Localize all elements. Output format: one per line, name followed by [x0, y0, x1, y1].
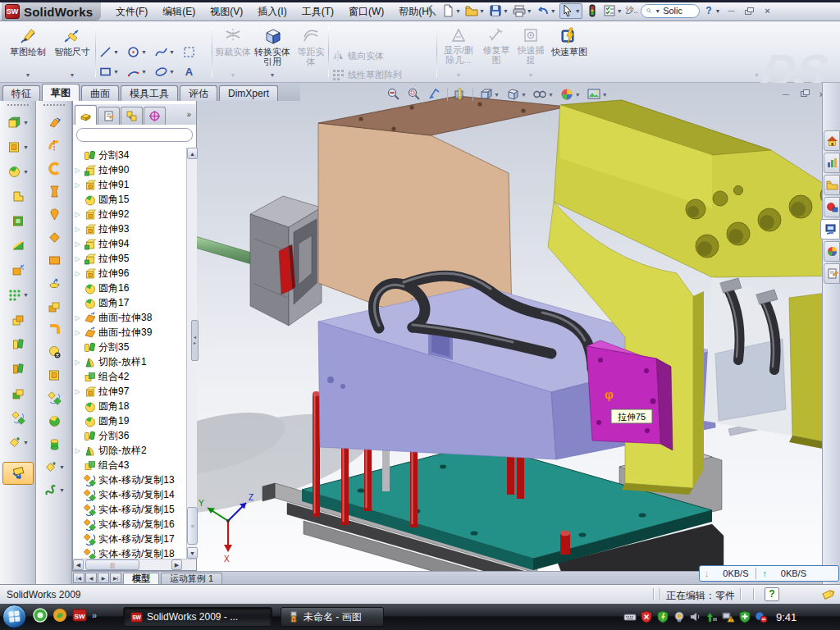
- hud-hide-show-button[interactable]: ▼: [532, 87, 555, 103]
- smart-dimension-button[interactable]: 智能尺寸 ▼: [51, 24, 94, 80]
- search-box[interactable]: ▼: [641, 4, 700, 18]
- tree-item[interactable]: 分割36: [74, 428, 186, 443]
- toolbar-overflow-label[interactable]: 沙..: [626, 5, 639, 16]
- mold-tool-16[interactable]: ▼: [39, 480, 69, 500]
- ellipse-tool[interactable]: ▼: [154, 65, 175, 79]
- command-tab-1[interactable]: 草图: [42, 84, 80, 101]
- tree-item[interactable]: ▷拉伸90: [74, 162, 186, 177]
- features-tool-12[interactable]: [3, 408, 33, 427]
- expand-arrow-icon[interactable]: ▷: [74, 226, 81, 233]
- tree-item[interactable]: 实体-移动/复制14: [74, 487, 186, 502]
- tree-item[interactable]: 实体-移动/复制18: [74, 546, 186, 559]
- tree-item[interactable]: ▷拉伸95: [74, 251, 186, 266]
- features-tool-7[interactable]: ▼: [3, 285, 33, 304]
- dropdown-caret[interactable]: ▼: [113, 69, 119, 75]
- features-tool-3[interactable]: [3, 186, 33, 206]
- mold-tool-8[interactable]: [39, 296, 69, 316]
- mold-tool-6[interactable]: [39, 250, 69, 270]
- panel-tabs-overflow[interactable]: »: [186, 110, 191, 119]
- menu-item-0[interactable]: 文件(F): [108, 3, 155, 21]
- command-tab-0[interactable]: 特征: [2, 85, 40, 101]
- search-scope-caret[interactable]: ▼: [655, 8, 660, 14]
- tab-scroll-last-button[interactable]: ▶|: [110, 573, 121, 583]
- tree-item[interactable]: ▷拉伸92: [74, 207, 186, 221]
- dropdown-caret[interactable]: ▼: [494, 92, 500, 98]
- tree-item[interactable]: ▷拉伸91: [74, 177, 186, 192]
- expand-arrow-icon[interactable]: ▷: [74, 181, 81, 189]
- features-tool-2[interactable]: ▼: [3, 162, 33, 181]
- command-tab-4[interactable]: 评估: [180, 85, 217, 101]
- features-tool-1[interactable]: ▼: [3, 137, 33, 157]
- tab-scroll-prev-button[interactable]: ◀: [85, 573, 97, 583]
- convert-entities-button[interactable]: 转换实体引用 ▼: [253, 24, 292, 80]
- hud-display-style-button[interactable]: ▼: [504, 87, 527, 103]
- dropdown-caret[interactable]: ▼: [503, 8, 509, 14]
- tab-scroll-next-button[interactable]: ▶: [98, 573, 109, 583]
- save-button[interactable]: ▼: [488, 3, 509, 19]
- taskpane-appearances-monitor-tab[interactable]: [820, 219, 840, 240]
- dropdown-caret[interactable]: ▼: [270, 72, 276, 80]
- features-tool-6[interactable]: [3, 260, 33, 280]
- print-button[interactable]: ▼: [512, 3, 533, 19]
- mold-tool-1[interactable]: [39, 135, 69, 155]
- tree-item[interactable]: 组合43: [74, 458, 186, 472]
- status-help-icon[interactable]: ?: [765, 587, 779, 601]
- tab-property-manager[interactable]: [98, 107, 120, 125]
- dropdown-caret[interactable]: ▼: [575, 92, 581, 98]
- hud-section-view-button[interactable]: [452, 87, 468, 103]
- part-gray-clamp[interactable]: [250, 196, 322, 326]
- dropdown-caret[interactable]: ▼: [169, 69, 175, 75]
- mirror-entities-button[interactable]: 镜向实体: [331, 47, 436, 65]
- toolbar-grip[interactable]: [43, 104, 65, 106]
- mold-tool-7[interactable]: [39, 273, 69, 293]
- tray-security-shield-plus-icon[interactable]: [738, 610, 751, 623]
- tree-item[interactable]: 实体-移动/复制17: [74, 532, 186, 546]
- hud-zoom-fit-button[interactable]: [386, 87, 402, 103]
- taskpane-design-library-tab[interactable]: [824, 153, 840, 173]
- model-tab-0[interactable]: 模型: [123, 573, 159, 584]
- tree-item[interactable]: ▷拉伸97: [74, 384, 186, 399]
- features-tool-9[interactable]: [3, 334, 33, 354]
- features-tool-13[interactable]: ▼: [3, 432, 33, 452]
- quicklaunch-overflow-chevron[interactable]: »: [92, 610, 97, 620]
- select-arrow-button[interactable]: ▼: [559, 3, 582, 19]
- expand-arrow-icon[interactable]: ▷: [74, 255, 81, 262]
- traffic-light-button[interactable]: [585, 3, 600, 19]
- tree-item[interactable]: ▷拉伸94: [74, 236, 186, 251]
- doc-minimize-button[interactable]: ─: [778, 88, 794, 100]
- tab-scroll-first-button[interactable]: |◀: [73, 573, 84, 583]
- taskpane-home-tab[interactable]: [824, 130, 840, 151]
- lasso-select-tool[interactable]: [182, 45, 196, 59]
- line-tool[interactable]: ▼: [98, 45, 119, 59]
- hud-previous-view-button[interactable]: [427, 87, 443, 103]
- dropdown-caret[interactable]: ▼: [602, 92, 608, 98]
- offset-entities-button[interactable]: 等距实体: [294, 24, 328, 80]
- dropdown-caret[interactable]: ▼: [455, 8, 461, 14]
- tab-configuration-manager[interactable]: [121, 107, 143, 125]
- taskpane-appearance-sphere-tab[interactable]: [824, 241, 840, 262]
- features-tool-10[interactable]: [3, 358, 33, 378]
- quicklaunch-messenger-icon[interactable]: [33, 608, 48, 623]
- expand-arrow-icon[interactable]: ▷: [74, 240, 81, 248]
- command-tab-5[interactable]: DimXpert: [219, 85, 278, 101]
- tree-item[interactable]: ▷切除-放样1: [74, 354, 186, 369]
- tree-item[interactable]: 圆角18: [74, 399, 186, 413]
- tray-antivirus-shield-red-icon[interactable]: [640, 610, 653, 623]
- dropdown-caret[interactable]: ▼: [23, 292, 29, 298]
- toolbar-grip[interactable]: [7, 104, 29, 106]
- model-tab-1[interactable]: 运动算例 1: [161, 573, 222, 584]
- dropdown-caret[interactable]: ▼: [617, 8, 623, 14]
- tree-item[interactable]: 圆角19: [74, 413, 186, 428]
- tree-item[interactable]: ▷拉伸93: [74, 221, 186, 236]
- command-tab-2[interactable]: 曲面: [81, 85, 119, 101]
- status-tag-icon[interactable]: [820, 587, 835, 602]
- dropdown-caret[interactable]: ▼: [23, 120, 29, 126]
- mold-tool-10[interactable]: [39, 342, 69, 362]
- command-tab-3[interactable]: 模具工具: [121, 85, 178, 101]
- tree-item[interactable]: 实体-移动/复制13: [74, 472, 186, 487]
- mold-tool-12[interactable]: [39, 388, 69, 408]
- dropdown-caret[interactable]: ▼: [23, 440, 29, 445]
- dropdown-caret[interactable]: ▼: [113, 49, 119, 55]
- text-tool[interactable]: A: [182, 65, 196, 79]
- mold-tool-4[interactable]: [39, 204, 69, 224]
